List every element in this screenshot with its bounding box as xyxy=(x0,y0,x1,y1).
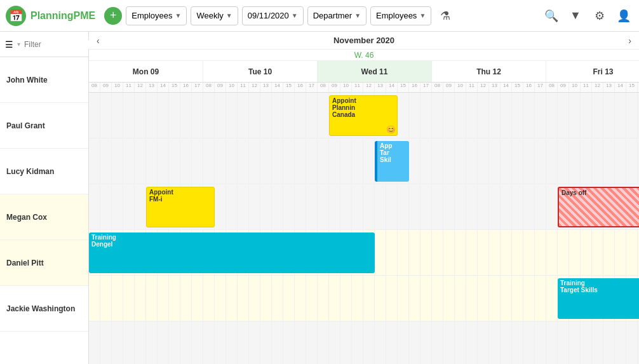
user-button[interactable]: 👤 xyxy=(614,6,634,26)
calendar-event[interactable]: AppTarSkil xyxy=(375,141,409,182)
grid-cell xyxy=(260,321,272,364)
grid-cell xyxy=(409,321,420,364)
grid-cell xyxy=(455,321,466,364)
grid-cell xyxy=(546,276,558,321)
grid-cell xyxy=(352,184,363,230)
grid-cell xyxy=(238,276,249,321)
month-title: November 2020 xyxy=(333,36,394,45)
employee-row: Lucy Kidman xyxy=(0,149,88,194)
week-number: W. 46 xyxy=(89,50,639,61)
tick-label: 12 xyxy=(363,83,375,92)
grid-cell xyxy=(260,276,272,321)
grid-cell xyxy=(363,276,375,321)
dropdown-arrow-button[interactable]: ▼ xyxy=(565,6,586,26)
calendar-event[interactable]: AppointPlanninCanada😊 xyxy=(329,95,398,136)
grid-cell xyxy=(135,138,146,184)
grid-cell xyxy=(455,230,466,276)
tick-label: 17 xyxy=(192,83,203,92)
grid-cell xyxy=(592,321,603,364)
grid-cell xyxy=(295,138,306,184)
grid-cell xyxy=(592,230,603,276)
settings-button[interactable]: ⚙ xyxy=(589,6,610,26)
weekly-dropdown[interactable]: Weekly ▼ xyxy=(191,6,238,25)
grid-cell xyxy=(569,93,581,138)
grid-cell xyxy=(409,184,420,230)
grid-cell xyxy=(375,230,386,276)
grid-cell xyxy=(626,138,638,184)
grid-cell xyxy=(615,93,626,138)
day-name: Fri 13 xyxy=(593,67,613,76)
grid-cell xyxy=(329,184,340,230)
grid-cell xyxy=(558,230,569,276)
grid-cell xyxy=(203,93,215,138)
grid-cell xyxy=(272,138,283,184)
tick-label: 13 xyxy=(375,83,386,92)
grid-cell xyxy=(306,138,318,184)
tick-label: 08 xyxy=(546,83,558,92)
grid-cell xyxy=(432,184,443,230)
grid-cell xyxy=(238,93,249,138)
grid-cell xyxy=(352,276,363,321)
day-header: Wed 11 xyxy=(318,61,432,82)
tick-label: 14 xyxy=(615,83,626,92)
calendar-event[interactable]: Days off😊 xyxy=(558,187,639,227)
grid-cell xyxy=(238,321,249,364)
tick-label: 16 xyxy=(180,83,192,92)
calendar-event[interactable]: TrainingDengel xyxy=(89,233,375,273)
date-dropdown[interactable]: 09/11/2020 ▼ xyxy=(242,6,304,25)
grid-cell xyxy=(546,184,558,230)
grid-cell xyxy=(478,321,489,364)
employees-dropdown-2[interactable]: Employees ▼ xyxy=(370,6,431,25)
tick-label: 11 xyxy=(123,83,135,92)
grid-cell xyxy=(420,184,432,230)
grid-cell xyxy=(398,93,409,138)
grid-cell xyxy=(409,138,420,184)
calendar-event[interactable]: TrainingTarget Skills😊 xyxy=(558,278,639,319)
grid-cell xyxy=(100,276,112,321)
tick-label: 10 xyxy=(112,83,123,92)
grid-cell xyxy=(398,276,409,321)
grid-cell xyxy=(466,276,478,321)
filter-icon-button[interactable]: ⚗ xyxy=(435,6,455,26)
tick-label: 16 xyxy=(523,83,535,92)
grid-cell xyxy=(272,321,283,364)
search-button[interactable]: 🔍 xyxy=(541,6,562,26)
grid-cell xyxy=(420,230,432,276)
tick-label: 08 xyxy=(203,83,215,92)
grid-cell xyxy=(146,93,158,138)
grid-cell xyxy=(546,138,558,184)
employees-dropdown-1[interactable]: Employees ▼ xyxy=(126,6,187,25)
tick-label: 09 xyxy=(215,83,226,92)
grid-cell xyxy=(169,93,180,138)
calendar-event[interactable]: AppointFM-i xyxy=(146,187,215,227)
grid-cell xyxy=(432,93,443,138)
grid-cell xyxy=(443,184,455,230)
grid-cell xyxy=(478,138,489,184)
grid-cell xyxy=(615,321,626,364)
grid-cell xyxy=(546,321,558,364)
grid-row: AppointPlanninCanada😊 xyxy=(89,93,639,138)
grid-cell xyxy=(100,321,112,364)
grid-cell xyxy=(558,321,569,364)
next-arrow[interactable]: › xyxy=(623,33,636,48)
add-button[interactable]: + xyxy=(104,7,122,25)
grid-cell xyxy=(581,230,592,276)
sort-icon[interactable]: ☰ xyxy=(5,39,13,50)
prev-arrow[interactable]: ‹ xyxy=(91,33,105,48)
grid-cell xyxy=(192,276,203,321)
grid-cell xyxy=(215,184,226,230)
department-dropdown[interactable]: Departmer ▼ xyxy=(307,6,367,25)
grid-cell xyxy=(135,184,146,230)
grid-cell xyxy=(295,321,306,364)
grid-cell xyxy=(363,184,375,230)
event-label: Days off xyxy=(562,189,639,196)
grid-cell xyxy=(318,184,329,230)
grid-cell xyxy=(626,230,638,276)
grid-cell xyxy=(592,138,603,184)
logo-text: PlanningPME xyxy=(30,10,95,22)
grid-cell xyxy=(169,321,180,364)
grid-cell xyxy=(626,93,638,138)
grid-cell xyxy=(455,93,466,138)
grid-cell xyxy=(352,321,363,364)
grid-cell xyxy=(420,138,432,184)
